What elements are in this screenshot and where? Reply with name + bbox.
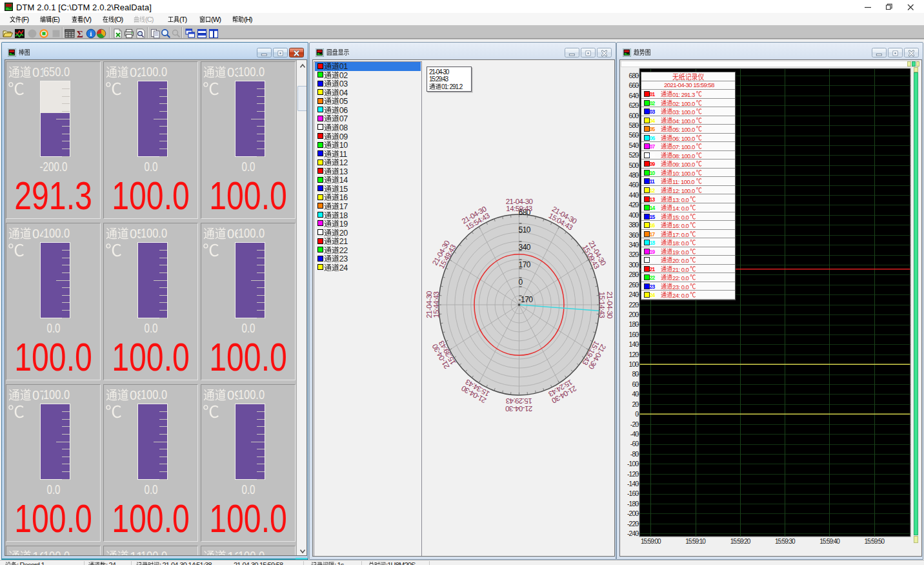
- svg-text::1H8M20S: :1H8M20S: [386, 562, 416, 565]
- svg-text:15: 15: [339, 185, 347, 194]
- svg-text:170: 170: [519, 260, 531, 269]
- svg-text:15:59:40: 15:59:40: [819, 538, 840, 545]
- svg-text:16: 0.0: 16: 0.0: [672, 222, 688, 229]
- svg-text:13: 13: [339, 167, 347, 176]
- svg-text:23: 0.0: 23: 0.0: [672, 283, 688, 290]
- svg-text:20: 20: [339, 229, 347, 238]
- svg-text:13: 0.0: 13: 0.0: [672, 196, 688, 203]
- svg-text:04: 04: [32, 227, 43, 241]
- svg-text:21: 0.0: 21: 0.0: [672, 265, 688, 272]
- svg-text:03: 03: [339, 79, 347, 88]
- svg-text:i: i: [90, 30, 92, 37]
- svg-text:03: 100.0: 03: 100.0: [672, 108, 695, 116]
- svg-text:09: 100.0: 09: 100.0: [672, 161, 695, 168]
- svg-text:16: 16: [339, 193, 347, 202]
- svg-text:11: 100.0: 11: 100.0: [672, 178, 694, 185]
- svg-text:15:44:43: 15:44:43: [432, 291, 440, 318]
- svg-text:: 24: : 24: [106, 562, 116, 565]
- svg-text:14: 14: [339, 176, 347, 185]
- svg-text:21-04-30 15:59:58: 21-04-30 15:59:58: [234, 562, 283, 565]
- svg-text:05: 05: [339, 97, 347, 106]
- svg-text:15:59:20: 15:59:20: [730, 538, 751, 545]
- svg-text:10: 10: [32, 550, 43, 557]
- svg-text:14:59:43: 14:59:43: [506, 205, 532, 212]
- svg-text:24: 24: [339, 263, 347, 272]
- svg-text:12: 12: [339, 158, 347, 167]
- svg-text:(W): (W): [211, 15, 221, 23]
- svg-text:15:59:10: 15:59:10: [685, 538, 706, 545]
- svg-text:06: 06: [227, 227, 238, 241]
- svg-text:01: 01: [339, 62, 347, 71]
- svg-text:03: 03: [227, 65, 238, 79]
- svg-text:21-04-30: 21-04-30: [425, 291, 433, 318]
- svg-text:15:59:30: 15:59:30: [775, 538, 796, 545]
- svg-text:21-04-30: 21-04-30: [506, 197, 533, 205]
- svg-text:05: 100.0: 05: 100.0: [672, 126, 695, 133]
- svg-text:(H): (H): [244, 15, 252, 23]
- svg-text:(T): (T): [179, 15, 187, 23]
- svg-text:06: 06: [339, 106, 347, 115]
- svg-text:07: 100.0: 07: 100.0: [672, 143, 695, 150]
- svg-text:02: 02: [130, 65, 141, 79]
- svg-text:15:29:43: 15:29:43: [506, 397, 532, 405]
- svg-text:: 21-04-30 14:51:38: : 21-04-30 14:51:38: [159, 562, 212, 565]
- svg-text:11: 11: [130, 550, 141, 557]
- svg-text:22: 0.0: 22: 0.0: [672, 274, 688, 282]
- svg-text:21: 21: [339, 237, 347, 246]
- svg-text:510: 510: [519, 225, 531, 234]
- svg-text:17: 17: [339, 202, 347, 211]
- svg-text:14: 0.0: 14: 0.0: [672, 205, 688, 212]
- svg-text:(C): (C): [145, 15, 154, 23]
- svg-text:21-04-30: 21-04-30: [506, 404, 533, 412]
- svg-text:01: 291.3: 01: 291.3: [672, 91, 695, 98]
- svg-text:(V): (V): [83, 15, 91, 23]
- svg-text:(F): (F): [21, 15, 29, 23]
- svg-text:01: 01: [32, 65, 43, 79]
- svg-text:15:59:50: 15:59:50: [865, 538, 885, 545]
- svg-text:(O): (O): [114, 15, 123, 23]
- svg-text:24: 0.0: 24: 0.0: [672, 292, 688, 299]
- svg-text:23: 23: [339, 254, 347, 263]
- svg-text:20: 0.0: 20: 0.0: [672, 257, 688, 264]
- svg-text:18: 0.0: 18: 0.0: [672, 240, 688, 247]
- svg-text:02: 02: [339, 71, 347, 80]
- svg-text:-170: -170: [519, 295, 534, 304]
- svg-text:08: 08: [339, 123, 347, 132]
- svg-text:08: 08: [130, 388, 141, 402]
- svg-text:02: 100.0: 02: 100.0: [672, 99, 695, 107]
- svg-text:17: 0.0: 17: 0.0: [672, 231, 688, 238]
- svg-text:01: 291.2: 01: 291.2: [441, 83, 463, 90]
- svg-text:Σ: Σ: [77, 29, 83, 39]
- svg-text:11: 11: [339, 150, 347, 159]
- svg-text:19: 0.0: 19: 0.0: [672, 248, 688, 255]
- svg-text:04: 100.0: 04: 100.0: [672, 117, 695, 124]
- svg-text:: Record 1: : Record 1: [17, 562, 45, 565]
- svg-text:15:14:43: 15:14:43: [598, 291, 606, 318]
- svg-text:12: 12: [227, 550, 238, 557]
- svg-text:0: 0: [519, 278, 523, 287]
- svg-text:: 1s: : 1s: [334, 562, 345, 565]
- svg-text:07: 07: [32, 388, 43, 402]
- svg-text:05: 05: [130, 227, 141, 241]
- svg-text:06: 100.0: 06: 100.0: [672, 134, 695, 141]
- svg-text:21-04-30: 21-04-30: [606, 291, 614, 318]
- svg-text:340: 340: [519, 243, 531, 252]
- svg-text:15:59:00: 15:59:00: [641, 538, 661, 545]
- svg-text:(E): (E): [52, 15, 59, 23]
- svg-text:10: 10: [339, 141, 347, 150]
- svg-text:09: 09: [339, 132, 347, 141]
- svg-text:10: 100.0: 10: 100.0: [672, 169, 695, 176]
- svg-text:15: 0.0: 15: 0.0: [672, 213, 688, 220]
- svg-text:07: 07: [339, 114, 347, 123]
- svg-text:18: 18: [339, 211, 347, 220]
- svg-text:08: 100.0: 08: 100.0: [672, 152, 695, 159]
- svg-text:04: 04: [339, 88, 347, 98]
- svg-text:22: 22: [339, 246, 347, 255]
- svg-text:12: 100.0: 12: 100.0: [672, 187, 695, 194]
- svg-text:19: 19: [339, 220, 347, 229]
- svg-text:09: 09: [227, 388, 238, 402]
